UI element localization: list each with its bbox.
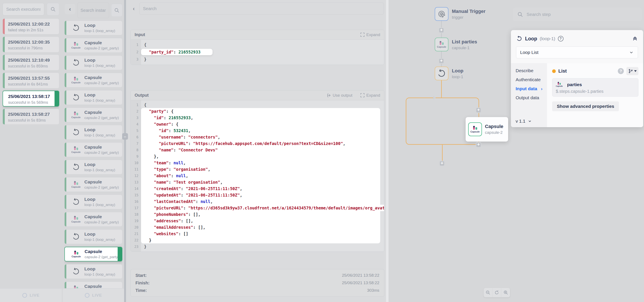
workflow-canvas[interactable]: Manual Trigger trigger Capsule List part… bbox=[388, 0, 510, 302]
capsule-logo-text: Capsule bbox=[72, 221, 81, 223]
execution-list-item[interactable]: 25/06/2021 12:00:35 successful in 796ms bbox=[2, 37, 59, 52]
time-value: 303ms bbox=[367, 288, 379, 293]
zoom-in-button[interactable] bbox=[501, 288, 510, 297]
step-inspector: Loop (loop-1) ? Loop List bbox=[510, 0, 644, 302]
step-subtitle: capsule-2 (get_party) bbox=[84, 254, 119, 260]
line-number: 20 bbox=[131, 225, 141, 229]
steps-live-toggle[interactable]: LIVE bbox=[63, 288, 124, 302]
show-advanced-properties-button[interactable]: Show advanced properties bbox=[552, 101, 619, 111]
expand-output-button[interactable]: Expand bbox=[360, 93, 380, 98]
step-list-item[interactable]: Loop loop-1 (loop_array) bbox=[64, 125, 122, 140]
step-list-item[interactable]: Capsule Capsule capsule-2 (get_party) bbox=[64, 38, 122, 53]
execution-list-item[interactable]: 25/06/2021 13:57:55 successful in 6s 841… bbox=[2, 73, 59, 89]
execution-list-item[interactable]: 25/06/2021 13:58:17 successful in 5s 569… bbox=[2, 91, 59, 107]
node-capsule-2-selected[interactable]: Capsule Capsule capsule-2 bbox=[466, 117, 508, 142]
inspector-nav-item[interactable]: Input data › bbox=[516, 84, 547, 93]
step-subtitle: loop-1 (loop_array) bbox=[84, 237, 115, 242]
operation-select[interactable]: Loop List bbox=[516, 46, 638, 59]
line-number: 21 bbox=[131, 232, 141, 236]
step-list-item[interactable]: Capsule Capsule capsule-2 (get_party) bbox=[64, 247, 122, 261]
node-capsule-1[interactable]: Capsule bbox=[435, 38, 448, 51]
node-capsule-2-square[interactable]: Capsule bbox=[468, 122, 482, 136]
node-label-manual-trigger[interactable]: Manual Trigger trigger bbox=[452, 8, 485, 20]
execution-list-item[interactable]: 25/06/2021 12:10:49 successful in 5s 859… bbox=[2, 55, 59, 71]
execution-status-strip bbox=[3, 55, 5, 70]
add-step-button[interactable] bbox=[439, 161, 445, 166]
help-icon[interactable]: ? bbox=[558, 36, 564, 42]
step-title: Capsule bbox=[84, 179, 119, 185]
step-subtitle: loop-1 (loop_array) bbox=[84, 202, 115, 207]
inspector-nav-item[interactable]: Describe bbox=[516, 66, 547, 75]
search-log-input[interactable] bbox=[139, 3, 384, 15]
inspector-nav-item[interactable]: Authenticate bbox=[516, 75, 547, 84]
step-list-item[interactable]: Capsule Capsule capsule-2 (get_party) bbox=[64, 212, 122, 227]
execution-status-strip bbox=[3, 109, 5, 124]
collapse-executions-button[interactable]: ‹ bbox=[65, 4, 75, 14]
add-step-button[interactable] bbox=[438, 58, 444, 64]
output-json-code[interactable]: 1{2 "party": {3 "id": 216552933,4 "owner… bbox=[131, 100, 384, 251]
node-label-capsule-1[interactable]: List parties capsule-1 bbox=[452, 39, 477, 51]
node-loop-1[interactable] bbox=[435, 67, 448, 80]
step-subtitle: capsule-2 (get_party) bbox=[84, 46, 119, 51]
add-step-button[interactable] bbox=[438, 28, 444, 33]
execution-list-item[interactable]: 25/06/2021 13:58:27 successful in 5s 83m… bbox=[2, 109, 59, 125]
step-list-item[interactable]: Loop loop-1 (loop_array) bbox=[64, 195, 122, 209]
main-scrollbar[interactable] bbox=[386, 0, 388, 302]
search-executions-button[interactable] bbox=[47, 3, 59, 16]
code-line: 4 "owner": { bbox=[131, 121, 384, 127]
field-help-icon[interactable]: ? bbox=[618, 68, 624, 74]
code-line: 9 }, bbox=[131, 153, 384, 160]
line-number: 16 bbox=[131, 200, 141, 204]
inspector-nav-item[interactable]: Output data bbox=[516, 93, 547, 102]
step-list-item[interactable]: Loop loop-1 (loop_array) bbox=[64, 229, 122, 244]
search-executions-input[interactable] bbox=[2, 3, 44, 16]
list-value-field[interactable]: Capsule parties $.steps.capsule-1.partie… bbox=[552, 78, 638, 97]
jsonpath-mode-button[interactable] bbox=[626, 67, 638, 75]
step-list-item[interactable]: Capsule Capsule capsule-2 (get_party) bbox=[64, 142, 122, 157]
search-instance-input[interactable] bbox=[77, 3, 109, 18]
step-subtitle: loop-1 (loop_array) bbox=[84, 63, 115, 68]
connector-version-select[interactable]: v 1.1 bbox=[516, 119, 547, 124]
zoom-reset-button[interactable] bbox=[492, 288, 501, 297]
line-number: 13 bbox=[131, 180, 141, 184]
step-list-item[interactable]: Loop loop-1 (loop_array) bbox=[64, 55, 122, 70]
step-list-item[interactable]: Capsule Capsule capsule-2 (get_party) bbox=[64, 108, 122, 122]
execution-timestamp: 25/06/2021 13:58:17 bbox=[8, 93, 56, 100]
code-line: 2 "party_id": 216552933 bbox=[131, 48, 384, 56]
loop-icon bbox=[72, 59, 80, 67]
use-output-button[interactable]: Use output bbox=[326, 93, 352, 98]
step-list-item[interactable]: Loop loop-1 (loop_array) bbox=[64, 21, 122, 35]
node-label-loop-1[interactable]: Loop loop-1 bbox=[452, 68, 464, 80]
expand-input-button[interactable]: Expand bbox=[360, 33, 380, 37]
search-instance-button[interactable] bbox=[111, 4, 122, 17]
executions-live-toggle[interactable]: LIVE bbox=[0, 288, 62, 302]
add-step-button[interactable] bbox=[476, 107, 481, 113]
capsule-logo-icon: Capsule bbox=[470, 126, 480, 133]
live-dot-icon bbox=[22, 293, 27, 298]
step-list-item[interactable]: Loop loop-1 (loop_array) bbox=[64, 160, 122, 174]
collapse-steps-button[interactable]: ‹ bbox=[131, 5, 136, 12]
add-step-button[interactable] bbox=[476, 142, 481, 148]
step-title: Loop bbox=[84, 127, 115, 133]
zoom-out-button[interactable] bbox=[484, 288, 492, 297]
step-list-item[interactable]: Loop loop-1 (loop_array) bbox=[64, 264, 122, 279]
node-manual-trigger[interactable] bbox=[435, 7, 448, 21]
log-panel: ‹ Input Expand 1{2 "party_id": 216552933… bbox=[126, 0, 386, 302]
execution-list-item[interactable]: 25/06/2021 12:00:22 failed step in 2m 51… bbox=[2, 19, 59, 34]
search-step-input[interactable] bbox=[526, 12, 638, 17]
line-number: 8 bbox=[131, 148, 141, 152]
panel-resize-handle[interactable]: ↔ bbox=[122, 133, 128, 140]
input-json-code[interactable]: 1{2 "party_id": 2165529333} bbox=[131, 40, 384, 65]
step-list-item[interactable]: Capsule Capsule capsule-2 (get_party) bbox=[64, 73, 122, 87]
search-icon bbox=[50, 7, 56, 12]
inspector-step-title: Loop bbox=[525, 36, 537, 42]
step-list-item[interactable]: Loop loop-1 (loop_array) bbox=[64, 90, 122, 105]
list-value-path: $.steps.capsule-1.parties bbox=[556, 89, 635, 94]
step-list-item[interactable]: Capsule Capsule capsule-2 (get_party) bbox=[64, 177, 122, 192]
start-label: Start: bbox=[136, 273, 146, 278]
execution-timestamp: 25/06/2021 13:57:55 bbox=[8, 75, 56, 81]
execution-status-text: successful in 796ms bbox=[8, 45, 56, 51]
line-number: 18 bbox=[131, 212, 141, 216]
search-step-box[interactable] bbox=[513, 8, 642, 21]
collapse-inspector-button[interactable] bbox=[632, 35, 638, 42]
